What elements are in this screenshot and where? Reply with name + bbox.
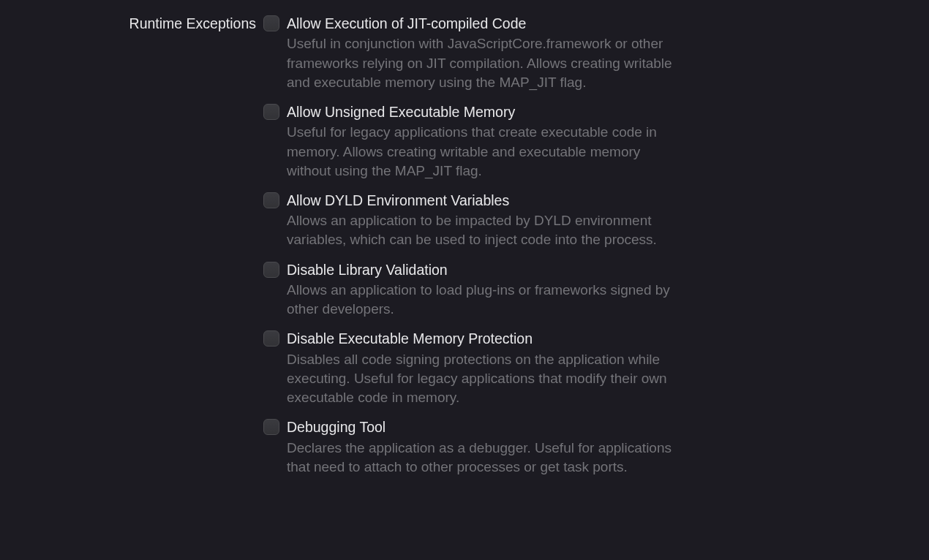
option-row: Allow DYLD Environment Variables Allows …: [263, 191, 673, 250]
option-title: Allow Unsigned Executable Memory: [287, 102, 673, 121]
option-desc: Useful in conjunction with JavaScriptCor…: [287, 34, 673, 92]
checkbox-disable-exec-mem-protection[interactable]: [263, 330, 279, 347]
option-text: Disable Library Validation Allows an app…: [287, 260, 673, 319]
option-text: Allow DYLD Environment Variables Allows …: [287, 191, 673, 250]
option-row: Disable Library Validation Allows an app…: [263, 260, 673, 319]
option-row: Allow Unsigned Executable Memory Useful …: [263, 102, 673, 181]
option-row: Disable Executable Memory Protection Dis…: [263, 329, 673, 407]
option-desc: Useful for legacy applications that crea…: [287, 123, 673, 181]
section-label: Runtime Exceptions: [0, 14, 256, 33]
settings-section: Runtime Exceptions Allow Execution of JI…: [0, 0, 929, 487]
option-title: Allow Execution of JIT-compiled Code: [287, 14, 673, 33]
option-text: Allow Execution of JIT-compiled Code Use…: [287, 14, 673, 92]
checkbox-disable-lib-validation[interactable]: [263, 262, 279, 278]
option-text: Debugging Tool Declares the application …: [287, 417, 673, 477]
option-text: Allow Unsigned Executable Memory Useful …: [287, 102, 673, 181]
option-row: Allow Execution of JIT-compiled Code Use…: [263, 14, 673, 92]
option-desc: Allows an application to load plug-ins o…: [287, 281, 673, 319]
label-column: Runtime Exceptions: [0, 14, 263, 487]
checkbox-debugging-tool[interactable]: [263, 419, 279, 435]
checkbox-allow-jit[interactable]: [263, 15, 279, 31]
option-text: Disable Executable Memory Protection Dis…: [287, 329, 673, 407]
checkbox-allow-unsigned-mem[interactable]: [263, 104, 279, 120]
option-title: Allow DYLD Environment Variables: [287, 191, 673, 210]
option-row: Debugging Tool Declares the application …: [263, 417, 673, 477]
checkbox-allow-dyld[interactable]: [263, 192, 279, 208]
option-desc: Disables all code signing protections on…: [287, 350, 673, 408]
option-title: Debugging Tool: [287, 417, 673, 436]
option-title: Disable Library Validation: [287, 260, 673, 279]
options-column: Allow Execution of JIT-compiled Code Use…: [263, 14, 673, 487]
option-title: Disable Executable Memory Protection: [287, 329, 673, 348]
option-desc: Allows an application to be impacted by …: [287, 211, 673, 249]
option-desc: Declares the application as a debugger. …: [287, 439, 673, 477]
